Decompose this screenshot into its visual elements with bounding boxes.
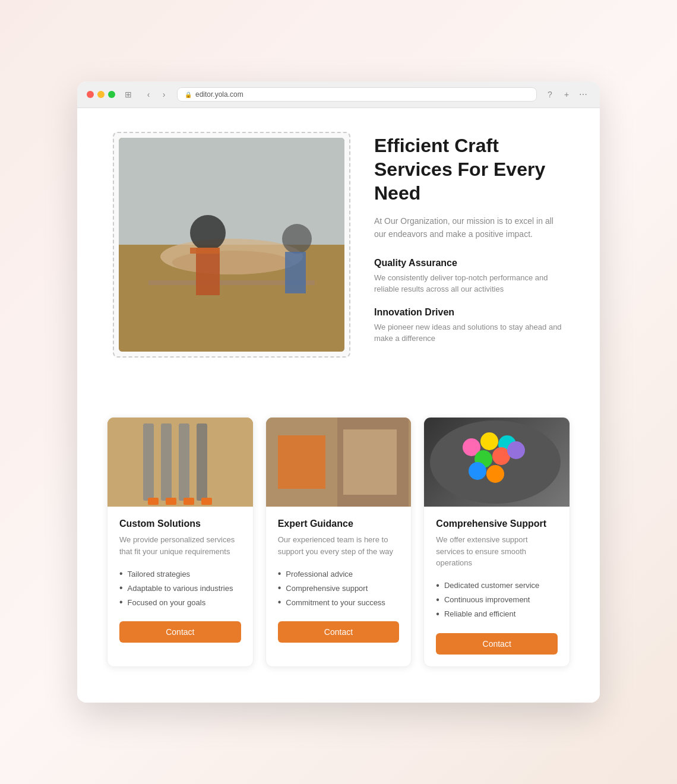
hero-text: Efficient Craft Services For Every Need … xyxy=(374,134,564,356)
card-list-2: Professional advice Comprehensive suppor… xyxy=(278,567,400,609)
hero-feature-1-desc: We consistently deliver top-notch perfor… xyxy=(374,272,564,295)
menu-button[interactable]: ⋯ xyxy=(576,87,590,102)
hero-title: Efficient Craft Services For Every Need xyxy=(374,134,564,205)
card-desc-1: We provide personalized services that fi… xyxy=(119,534,241,557)
address-bar[interactable]: 🔒 editor.yola.com xyxy=(177,87,537,102)
card-title-1: Custom Solutions xyxy=(119,519,241,529)
hero-feature-2-title: Innovation Driven xyxy=(374,307,564,318)
browser-nav: ‹ › xyxy=(141,87,171,102)
card-image-colors xyxy=(424,418,570,507)
contact-button-2[interactable]: Contact xyxy=(278,621,400,643)
url-text: editor.yola.com xyxy=(195,90,243,99)
contact-button-1[interactable]: Contact xyxy=(119,621,241,643)
sidebar-toggle-button[interactable]: ⊞ xyxy=(121,87,135,102)
browser-actions: ? + ⋯ xyxy=(543,87,590,102)
cards-section: Custom Solutions We provide personalized… xyxy=(77,405,600,703)
hero-subtitle: At Our Organization, our mission is to e… xyxy=(374,214,564,241)
lock-icon: 🔒 xyxy=(185,91,192,98)
list-item-1-1: Tailored strategies xyxy=(119,567,241,581)
list-item-2-3: Commitment to your success xyxy=(278,595,400,609)
page-content: Efficient Craft Services For Every Need … xyxy=(77,108,600,703)
card-body-3: Comprehensive Support We offer extensive… xyxy=(424,507,570,666)
minimize-button[interactable] xyxy=(97,91,105,98)
hero-image-container xyxy=(113,132,350,358)
browser-window: ⊞ ‹ › 🔒 editor.yola.com ? + ⋯ xyxy=(77,81,600,703)
hero-image xyxy=(119,138,344,352)
card-comprehensive-support: Comprehensive Support We offer extensive… xyxy=(423,417,570,667)
card-list-3: Dedicated customer service Continuous im… xyxy=(436,578,558,621)
cards-grid: Custom Solutions We provide personalized… xyxy=(107,417,570,667)
card-expert-guidance: Expert Guidance Our experienced team is … xyxy=(265,417,412,667)
hero-image-dashed-border xyxy=(113,132,350,358)
card-body-2: Expert Guidance Our experienced team is … xyxy=(266,507,412,655)
forward-button[interactable]: › xyxy=(157,87,171,102)
list-item-2-2: Comprehensive support xyxy=(278,581,400,595)
card-desc-3: We offer extensive support services to e… xyxy=(436,534,558,569)
hero-scene-overlay xyxy=(119,138,344,352)
card-body-1: Custom Solutions We provide personalized… xyxy=(107,507,253,655)
card-list-1: Tailored strategies Adaptable to various… xyxy=(119,567,241,609)
help-button[interactable]: ? xyxy=(543,87,557,102)
list-item-1-3: Focused on your goals xyxy=(119,595,241,609)
card-title-2: Expert Guidance xyxy=(278,519,400,529)
browser-chrome: ⊞ ‹ › 🔒 editor.yola.com ? + ⋯ xyxy=(77,81,600,108)
list-item-3-1: Dedicated customer service xyxy=(436,578,558,593)
back-button[interactable]: ‹ xyxy=(141,87,156,102)
list-item-3-2: Continuous improvement xyxy=(436,593,558,607)
add-tab-button[interactable]: + xyxy=(559,87,574,102)
hero-section: Efficient Craft Services For Every Need … xyxy=(77,108,600,381)
card-desc-2: Our experienced team is here to support … xyxy=(278,534,400,557)
section-divider xyxy=(77,381,600,405)
hero-feature-2-desc: We pioneer new ideas and solutions to st… xyxy=(374,321,564,344)
card-title-3: Comprehensive Support xyxy=(436,519,558,529)
list-item-1-2: Adaptable to various industries xyxy=(119,581,241,595)
maximize-button[interactable] xyxy=(108,91,115,98)
traffic-lights xyxy=(87,91,115,98)
hero-feature-1: Quality Assurance We consistently delive… xyxy=(374,258,564,295)
list-item-3-3: Reliable and efficient xyxy=(436,607,558,621)
card-image-chisels xyxy=(107,418,253,507)
hero-feature-2: Innovation Driven We pioneer new ideas a… xyxy=(374,307,564,344)
contact-button-3[interactable]: Contact xyxy=(436,633,558,655)
card-custom-solutions: Custom Solutions We provide personalized… xyxy=(107,417,254,667)
list-item-2-1: Professional advice xyxy=(278,567,400,581)
hero-feature-1-title: Quality Assurance xyxy=(374,258,564,268)
card-image-workshop xyxy=(266,418,412,507)
close-button[interactable] xyxy=(87,91,94,98)
